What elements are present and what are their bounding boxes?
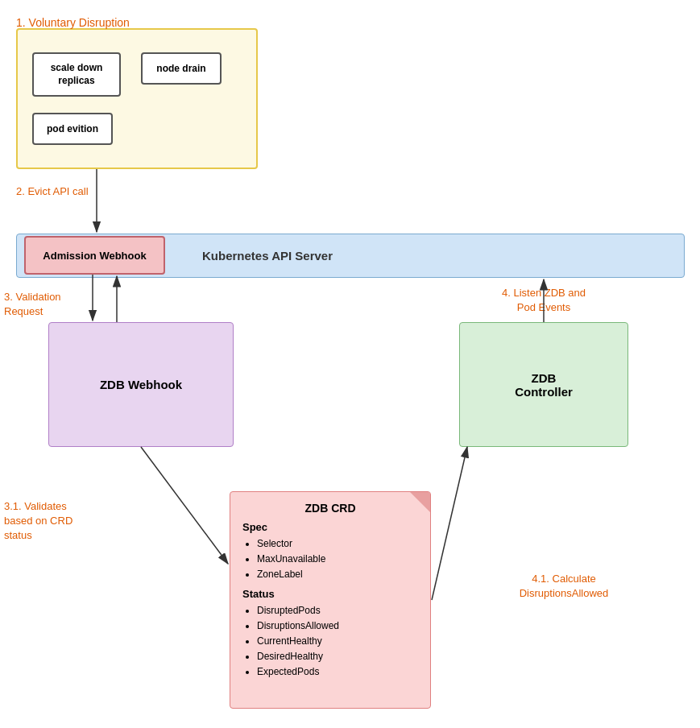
node-drain-box: node drain [141,52,222,85]
zdb-controller-label: ZDBController [515,371,573,399]
pod-eviction-label: pod evition [47,123,98,134]
listen-zdb-label: 4. Listen ZDB andPod Events [479,286,608,315]
zdb-crd-status-list: DisruptedPods DisruptionsAllowed Current… [242,603,418,680]
spec-item-maxunavailable: MaxUnavailable [257,552,418,567]
arrow-validates [141,447,228,564]
diagram-container: 1. Voluntary Disruption scale downreplic… [0,0,700,728]
scale-down-label: scale downreplicas [51,62,103,87]
status-item-currenthealthy: CurrentHealthy [257,634,418,649]
zdb-crd-status-label: Status [242,588,418,600]
zdb-controller-box: ZDBController [459,322,628,447]
zdb-webhook-box: ZDB Webhook [48,322,234,447]
scale-down-box: scale downreplicas [32,52,121,97]
zdb-webhook-label: ZDB Webhook [100,378,182,391]
status-item-disruptionsallowed: DisruptionsAllowed [257,618,418,634]
zdb-crd-spec-list: Selector MaxUnavailable ZoneLabel [242,536,418,583]
spec-item-zonelabel: ZoneLabel [257,567,418,582]
arrow-calculate [432,447,467,600]
zdb-crd-spec-label: Spec [242,521,418,533]
calculate-label: 4.1. CalculateDisruptionsAllowed [499,572,628,601]
status-item-disruptedpods: DisruptedPods [257,603,418,618]
status-item-desiredhealthy: DesiredHealthy [257,649,418,664]
k8s-api-label: Kubernetes API Server [202,249,333,263]
node-drain-label: node drain [156,63,205,74]
voluntary-disruption-label: 1. Voluntary Disruption [16,16,130,29]
admission-webhook-box: Admission Webhook [24,236,165,275]
voluntary-disruption-box [16,28,258,169]
spec-item-selector: Selector [257,536,418,552]
zdb-crd-box: ZDB CRD Spec Selector MaxUnavailable Zon… [230,491,431,709]
evict-api-label: 2. Evict API call [16,185,89,197]
status-item-expectedpods: ExpectedPods [257,664,418,680]
admission-webhook-label: Admission Webhook [43,250,146,262]
validation-label: 3. ValidationRequest [4,290,77,319]
zdb-crd-title: ZDB CRD [242,502,418,515]
validates-label: 3.1. Validatesbased on CRDstatus [4,499,89,544]
pod-eviction-box: pod evition [32,113,113,145]
